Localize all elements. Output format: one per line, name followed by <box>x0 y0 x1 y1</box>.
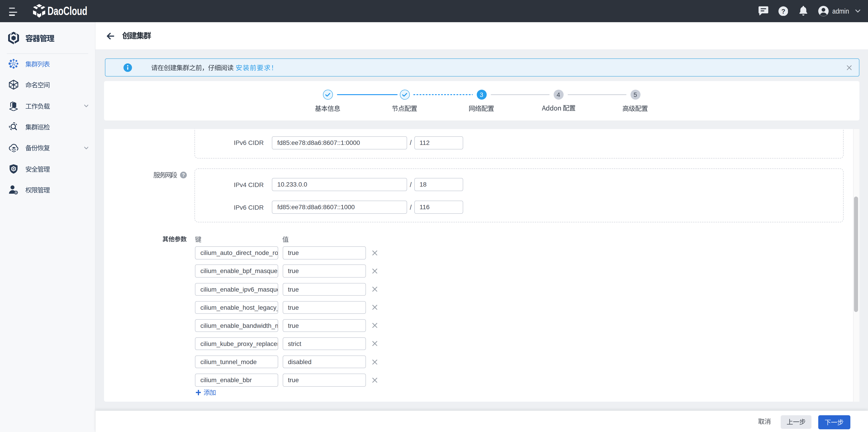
svg-text:?: ? <box>182 172 185 178</box>
svg-text:?: ? <box>781 7 785 15</box>
